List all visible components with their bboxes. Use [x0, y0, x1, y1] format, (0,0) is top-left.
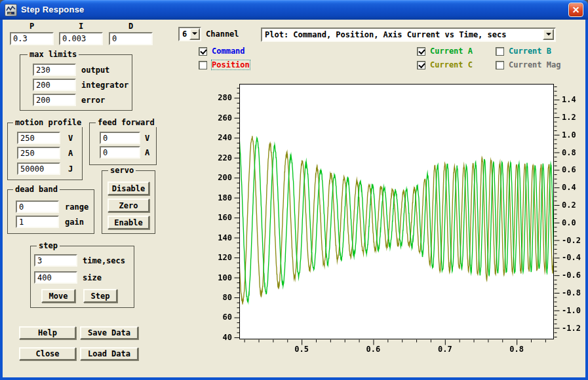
motion-a-label: A: [68, 149, 73, 158]
i-label: I: [59, 22, 103, 31]
deadband-gain-input[interactable]: [16, 216, 59, 228]
load-data-button[interactable]: Load Data: [80, 347, 138, 360]
window-title: Step Response: [21, 5, 85, 14]
step-response-plot: [229, 79, 562, 347]
p-label: P: [10, 22, 54, 31]
position-checkbox[interactable]: [199, 61, 207, 69]
ff-a-label: A: [145, 148, 149, 157]
step-size-label: size: [83, 273, 102, 282]
plot-dropdown-arrow-icon[interactable]: [543, 29, 554, 40]
max-integrator-input[interactable]: [33, 79, 76, 91]
motion-j-input[interactable]: [17, 162, 60, 175]
servo-title: servo: [108, 166, 136, 175]
servo-disable-button[interactable]: Disable: [108, 181, 149, 195]
check-icon: [200, 48, 206, 55]
app-window: QM Step Response ✕ P I D 6 Channel Plot:…: [0, 0, 588, 380]
max-error-input[interactable]: [33, 94, 76, 106]
i-input[interactable]: [59, 32, 103, 45]
max-output-input[interactable]: [33, 64, 76, 76]
motion-v-input[interactable]: [17, 132, 60, 144]
dead-band-title: dead band: [13, 185, 60, 194]
feed-forward-title: feed forward: [96, 118, 157, 127]
app-icon: QM: [5, 4, 17, 16]
servo-zero-button[interactable]: Zero: [108, 199, 149, 212]
step-title: step: [37, 241, 60, 250]
title-bar: QM Step Response ✕: [0, 0, 588, 20]
step-time-label: time,secs: [83, 256, 125, 265]
save-data-button[interactable]: Save Data: [80, 326, 138, 339]
motion-j-label: J: [68, 164, 73, 174]
current-mag-checkbox[interactable]: [496, 61, 504, 69]
motion-profile-title: motion profile: [13, 118, 83, 127]
current-a-checkbox-label[interactable]: Current A: [430, 47, 473, 56]
command-checkbox[interactable]: [199, 47, 207, 56]
channel-dropdown-arrow-icon[interactable]: [189, 28, 200, 40]
current-b-checkbox-label[interactable]: Current B: [509, 47, 551, 56]
current-mag-checkbox-label[interactable]: Current Mag: [509, 60, 560, 69]
help-button[interactable]: Help: [19, 326, 76, 339]
plot-mode-select[interactable]: Plot: Command, Position, Axis Current vs…: [261, 28, 556, 42]
motion-v-label: V: [68, 134, 73, 143]
max-output-label: output: [81, 66, 109, 75]
channel-select[interactable]: 6: [178, 27, 201, 41]
svg-text:QM: QM: [8, 12, 11, 15]
close-dialog-button[interactable]: Close: [19, 347, 76, 360]
move-button[interactable]: Move: [41, 289, 75, 303]
step-time-input[interactable]: [34, 254, 77, 267]
current-a-checkbox[interactable]: [417, 47, 425, 56]
ff-a-input[interactable]: [100, 146, 140, 159]
max-error-label: error: [81, 96, 105, 105]
deadband-range-input[interactable]: [16, 200, 59, 213]
max-integrator-label: integrator: [81, 81, 128, 90]
plot-mode-value: Plot: Command, Position, Axis Current vs…: [265, 30, 506, 39]
channel-label: Channel: [206, 29, 239, 39]
check-icon: [418, 62, 425, 69]
ff-v-label: V: [145, 134, 149, 143]
deadband-range-label: range: [65, 202, 88, 212]
servo-enable-button[interactable]: Enable: [108, 216, 149, 229]
step-button[interactable]: Step: [83, 289, 117, 303]
channel-value: 6: [182, 29, 187, 39]
current-c-checkbox[interactable]: [417, 61, 425, 69]
command-checkbox-label[interactable]: Command: [212, 47, 245, 56]
close-button[interactable]: ✕: [568, 3, 583, 17]
step-size-input[interactable]: [34, 271, 77, 284]
deadband-gain-label: gain: [65, 218, 84, 227]
check-icon: [418, 48, 425, 55]
p-input[interactable]: [10, 32, 54, 45]
position-checkbox-label[interactable]: Position: [212, 60, 250, 69]
current-b-checkbox[interactable]: [496, 47, 504, 56]
max-limits-title: max limits: [28, 50, 79, 59]
current-c-checkbox-label[interactable]: Current C: [430, 60, 473, 69]
ff-v-input[interactable]: [100, 132, 140, 144]
d-label: D: [109, 22, 153, 31]
d-input[interactable]: [109, 32, 153, 45]
motion-a-input[interactable]: [17, 147, 60, 159]
